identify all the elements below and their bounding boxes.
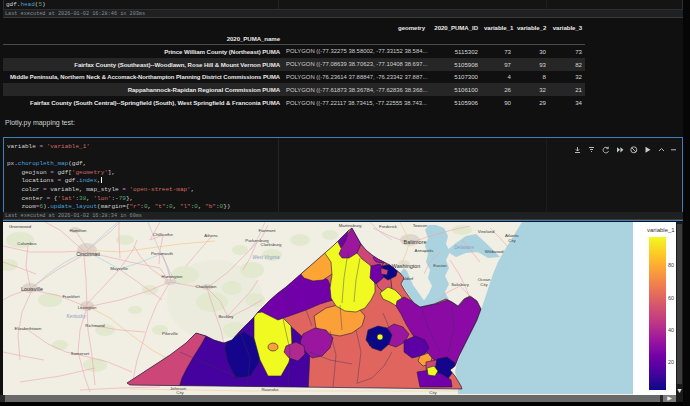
svg-text:40: 40	[668, 327, 674, 333]
svg-text:Charleston: Charleston	[196, 284, 217, 289]
svg-text:Vineland: Vineland	[478, 229, 495, 234]
svg-text:Frankfort: Frankfort	[62, 294, 80, 299]
svg-text:Martinsburg: Martinsburg	[339, 223, 362, 228]
svg-text:Elizabethtown: Elizabethtown	[15, 326, 42, 331]
svg-text:City: City	[480, 282, 488, 287]
svg-text:Annapolis: Annapolis	[415, 248, 434, 253]
svg-text:Towson: Towson	[413, 223, 428, 228]
svg-text:variable_1: variable_1	[647, 227, 675, 233]
svg-text:Lexington: Lexington	[78, 305, 97, 310]
svg-text:Salisbury: Salisbury	[451, 282, 470, 287]
svg-text:West Virginia: West Virginia	[253, 255, 280, 260]
svg-text:Huntington: Huntington	[162, 274, 183, 279]
svg-text:Greenwood: Greenwood	[9, 224, 32, 229]
svg-text:Cincinnati: Cincinnati	[76, 251, 100, 257]
svg-text:Easton: Easton	[433, 263, 447, 268]
svg-text:Washington: Washington	[392, 263, 420, 269]
svg-text:Frederick: Frederick	[379, 224, 398, 229]
svg-text:Wildwood: Wildwood	[485, 249, 504, 254]
svg-text:Louisville: Louisville	[21, 286, 43, 292]
svg-text:Hamilton: Hamilton	[70, 228, 88, 233]
svg-text:Chillicothe: Chillicothe	[153, 232, 173, 237]
svg-text:Portsmouth: Portsmouth	[151, 251, 174, 256]
svg-text:Baltimore: Baltimore	[404, 239, 427, 245]
svg-text:20: 20	[668, 359, 674, 365]
svg-text:Columbus: Columbus	[17, 241, 36, 246]
svg-text:80: 80	[668, 262, 674, 268]
svg-text:Fairmont: Fairmont	[259, 228, 277, 233]
svg-text:60: 60	[668, 295, 674, 301]
svg-text:Kentucky: Kentucky	[67, 314, 87, 319]
svg-text:Roanoke: Roanoke	[261, 387, 279, 392]
svg-text:Somerset: Somerset	[71, 351, 90, 356]
svg-text:Pikeville: Pikeville	[162, 331, 178, 336]
svg-text:Richmond: Richmond	[85, 323, 105, 328]
svg-text:City: City	[508, 238, 516, 243]
svg-text:Athens: Athens	[204, 233, 217, 238]
svg-text:Beckley: Beckley	[218, 314, 234, 319]
svg-text:Clarksburg: Clarksburg	[261, 242, 282, 247]
svg-text:Delaware: Delaware	[454, 245, 474, 250]
svg-text:Maysville: Maysville	[110, 266, 128, 271]
